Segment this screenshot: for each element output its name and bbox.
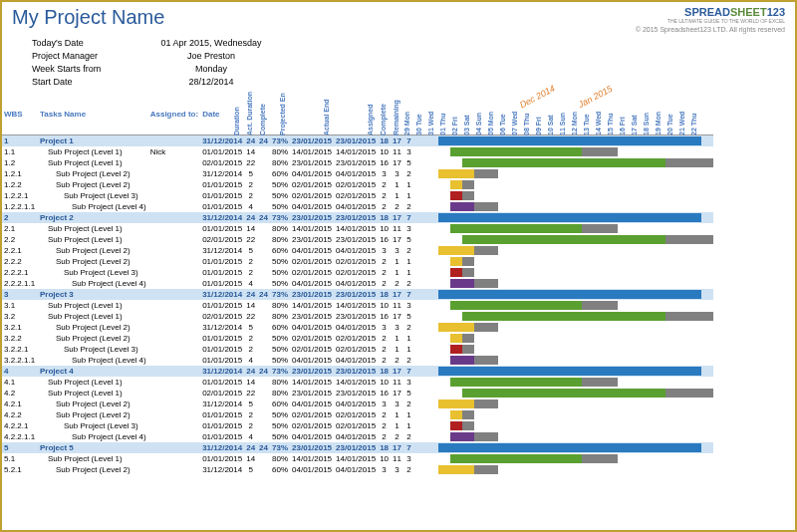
cell-cm: 11 xyxy=(391,223,403,234)
cell-rm: 3 xyxy=(403,300,414,311)
gantt-bar xyxy=(462,389,665,398)
cell-aend: 04/01/2015 xyxy=(334,201,378,212)
gantt-bar xyxy=(462,345,474,354)
cell-comp: 80% xyxy=(270,377,290,388)
cell-cm: 1 xyxy=(391,256,403,267)
cell-adur xyxy=(257,190,270,201)
cell-name: Sub Project (Level 1) xyxy=(38,388,148,399)
cell-assigned xyxy=(148,157,200,168)
cell-name: Sub Project (Level 4) xyxy=(38,201,148,212)
cell-cm: 1 xyxy=(391,420,403,431)
cell-pend: 04/01/2015 xyxy=(290,399,334,409)
cell-date: 01/01/2015 xyxy=(200,453,244,464)
period-labels: Dec 2014 Jan 2015 xyxy=(518,92,614,102)
gantt-cell xyxy=(414,179,713,190)
cell-as: 10 xyxy=(378,146,391,157)
cell-aend: 14/01/2015 xyxy=(334,146,378,157)
cell-name: Sub Project (Level 1) xyxy=(38,311,148,322)
cell-pend: 14/01/2015 xyxy=(290,300,334,311)
cell-aend: 02/01/2015 xyxy=(334,256,378,267)
gantt-cell xyxy=(414,300,713,311)
cell-adur xyxy=(257,300,270,311)
cell-comp: 50% xyxy=(270,278,290,289)
cell-cm: 17 xyxy=(391,311,403,322)
cell-adur xyxy=(257,168,270,179)
cell-date: 01/01/2015 xyxy=(200,377,244,388)
cell-rm: 5 xyxy=(403,157,414,168)
task-row: 1.2.2 Sub Project (Level 2) 01/01/2015 2… xyxy=(2,179,713,190)
cell-pend: 04/01/2015 xyxy=(290,431,334,442)
cell-comp: 73% xyxy=(270,442,290,453)
cell-comp: 50% xyxy=(270,333,290,344)
cell-pend: 23/01/2015 xyxy=(290,234,334,245)
cell-adur xyxy=(257,179,270,190)
gantt-bar xyxy=(450,410,462,419)
cell-adur: 24 xyxy=(257,442,270,453)
cell-dur: 4 xyxy=(244,201,257,212)
gantt-bar xyxy=(474,202,498,211)
gantt-cell xyxy=(414,344,713,355)
logo-c: 123 xyxy=(767,6,785,18)
gantt-bar xyxy=(450,454,582,463)
gantt-bar xyxy=(438,443,701,452)
cell-wbs: 2 xyxy=(2,212,38,223)
cell-assigned xyxy=(148,311,200,322)
cell-wbs: 1.2.2.1.1 xyxy=(2,201,38,212)
gantt-bar xyxy=(438,213,701,222)
gantt-bar xyxy=(665,158,713,167)
cell-aend: 04/01/2015 xyxy=(334,431,378,442)
cell-aend: 23/01/2015 xyxy=(334,234,378,245)
meta-value: Monday xyxy=(151,63,271,76)
cell-rm: 7 xyxy=(403,212,414,223)
cell-cm: 17 xyxy=(391,442,403,453)
cell-adur xyxy=(257,409,270,420)
cell-cm: 17 xyxy=(391,212,403,223)
cell-as: 3 xyxy=(378,399,391,409)
cell-as: 16 xyxy=(378,311,391,322)
gantt-cell xyxy=(414,409,713,420)
cell-cm: 3 xyxy=(391,464,403,475)
cell-as: 18 xyxy=(378,212,391,223)
cell-as: 2 xyxy=(378,256,391,267)
cell-adur xyxy=(257,355,270,366)
cell-aend: 14/01/2015 xyxy=(334,223,378,234)
gantt-bar xyxy=(450,279,474,288)
cell-as: 2 xyxy=(378,278,391,289)
project-row: 2 Project 2 31/12/2014 24 24 73% 23/01/2… xyxy=(2,212,713,223)
cell-dur: 2 xyxy=(244,256,257,267)
gantt-cell xyxy=(414,442,713,453)
gantt-bar xyxy=(462,158,665,167)
meta-label: Start Date xyxy=(32,76,151,89)
cell-as: 10 xyxy=(378,377,391,388)
cell-pend: 23/01/2015 xyxy=(290,442,334,453)
cell-name: Sub Project (Level 3) xyxy=(38,190,148,201)
cell-comp: 50% xyxy=(270,256,290,267)
cell-date: 01/01/2015 xyxy=(200,223,244,234)
task-row: 2.1 Sub Project (Level 1) 01/01/2015 14 … xyxy=(2,223,713,234)
cell-dur: 2 xyxy=(244,333,257,344)
cell-pend: 04/01/2015 xyxy=(290,464,334,475)
gantt-bar xyxy=(438,399,474,408)
gantt-bar xyxy=(450,224,582,233)
cell-aend: 23/01/2015 xyxy=(334,289,378,300)
cell-rm: 5 xyxy=(403,311,414,322)
meta-value: Joe Preston xyxy=(151,50,271,63)
gantt-cell xyxy=(414,420,713,431)
cell-rm: 1 xyxy=(403,190,414,201)
cell-assigned xyxy=(148,399,200,409)
gantt-bar xyxy=(474,169,498,178)
cell-date: 02/01/2015 xyxy=(200,388,244,399)
cell-dur: 4 xyxy=(244,355,257,366)
col-header: Actual End xyxy=(294,91,334,134)
cell-as: 2 xyxy=(378,355,391,366)
cell-name: Sub Project (Level 2) xyxy=(38,333,148,344)
cell-comp: 73% xyxy=(270,212,290,223)
cell-adur xyxy=(257,256,270,267)
cell-name: Sub Project (Level 3) xyxy=(38,344,148,355)
gantt-cell xyxy=(414,157,713,168)
cell-aend: 23/01/2015 xyxy=(334,311,378,322)
cell-wbs: 4.2.2.1 xyxy=(2,420,38,431)
cell-wbs: 1.2 xyxy=(2,157,38,168)
cell-name: Project 4 xyxy=(38,366,148,377)
cell-comp: 50% xyxy=(270,201,290,212)
